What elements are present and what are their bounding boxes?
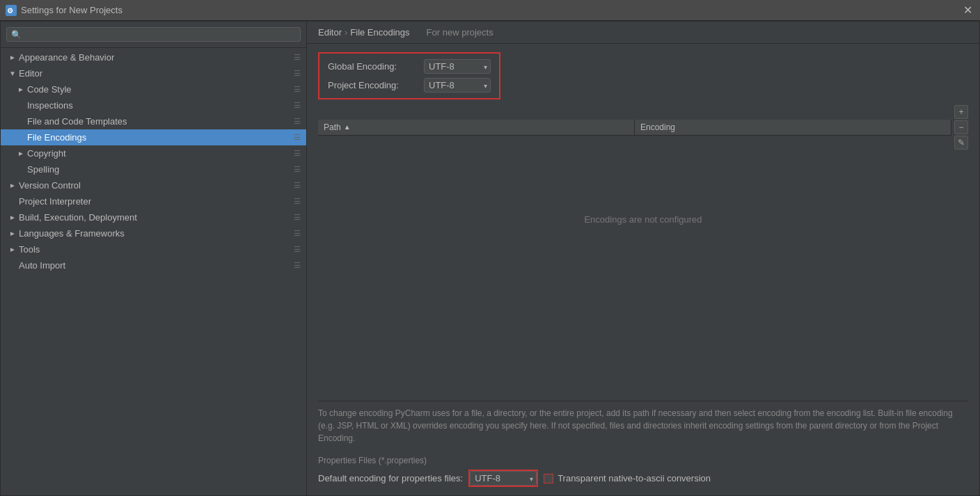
sidebar-item-copyright[interactable]: ► Copyright ☰ (1, 145, 306, 161)
sidebar-item-file-encodings[interactable]: File Encodings ☰ (1, 129, 306, 145)
breadcrumb-context: For new projects (427, 27, 493, 38)
sidebar-item-label: Languages & Frameworks (19, 228, 294, 239)
settings-icon: ☰ (294, 117, 301, 126)
properties-encoding-select[interactable]: UTF-8 UTF-16 ISO-8859-1 (470, 471, 537, 486)
sidebar-item-label: Build, Execution, Deployment (19, 212, 294, 223)
project-encoding-row: Project Encoding: UTF-8 UTF-16 ISO-8859-… (328, 78, 491, 93)
arrow-icon: ► (17, 86, 27, 93)
settings-sidebar: 🔍 ► Appearance & Behavior ☰ ▼ Editor ☰ (1, 22, 307, 495)
arrow-icon (17, 118, 27, 125)
sidebar-item-build-exec[interactable]: ► Build, Execution, Deployment ☰ (1, 209, 306, 225)
sidebar-item-label: Editor (19, 68, 294, 79)
sidebar-item-label: Copyright (27, 148, 294, 159)
sidebar-item-label: Appearance & Behavior (19, 52, 294, 63)
dialog-icon: ⚙ (6, 5, 17, 16)
project-encoding-select-wrap: UTF-8 UTF-16 ISO-8859-1 (424, 78, 491, 93)
breadcrumb-editor: Editor (318, 27, 342, 38)
arrow-icon: ► (9, 246, 19, 253)
settings-content: Editor › File Encodings For new projects… (307, 22, 979, 495)
properties-inner-wrap: UTF-8 UTF-16 ISO-8859-1 (470, 471, 537, 486)
sidebar-item-label: File Encodings (27, 132, 294, 143)
arrow-icon (9, 262, 19, 269)
breadcrumb-file-encodings: File Encodings (350, 27, 409, 38)
transparent-label: Transparent native-to-ascii conversion (558, 473, 711, 483)
sidebar-item-tools[interactable]: ► Tools ☰ (1, 241, 306, 257)
path-column-header: Path ▲ (318, 120, 635, 135)
sidebar-item-spelling[interactable]: Spelling ☰ (1, 161, 306, 177)
settings-icon: ☰ (294, 133, 301, 142)
default-encoding-label: Default encoding for properties files: (318, 473, 463, 483)
search-wrap: 🔍 (1, 22, 306, 48)
sidebar-item-label: Inspections (27, 100, 294, 111)
global-encoding-row: Global Encoding: UTF-8 UTF-16 ISO-8859-1 (328, 59, 491, 74)
arrow-icon: ► (9, 54, 19, 61)
footer-description: To change encoding PyCharm uses for a fi… (318, 401, 968, 450)
sidebar-item-code-style[interactable]: ► Code Style ☰ (1, 81, 306, 97)
search-icon: 🔍 (11, 30, 22, 40)
arrow-icon: ► (17, 150, 27, 157)
dialog-body: 🔍 ► Appearance & Behavior ☰ ▼ Editor ☰ (1, 22, 979, 495)
sidebar-item-label: Spelling (27, 164, 294, 175)
settings-icon: ☰ (294, 69, 301, 78)
sidebar-item-label: Code Style (27, 84, 294, 95)
settings-tree: ► Appearance & Behavior ☰ ▼ Editor ☰ ► C… (1, 48, 306, 275)
breadcrumb-separator: › (345, 27, 347, 38)
edit-encoding-button[interactable]: ✎ (954, 136, 968, 150)
empty-encodings-message: Encodings are not configured (318, 150, 968, 289)
sidebar-item-auto-import[interactable]: Auto Import ☰ (1, 257, 306, 273)
sidebar-item-label: Tools (19, 244, 294, 255)
properties-row: Default encoding for properties files: U… (318, 470, 968, 487)
settings-icon: ☰ (294, 245, 301, 254)
settings-icon: ☰ (294, 197, 301, 206)
arrow-icon: ▼ (9, 70, 19, 77)
settings-icon: ☰ (294, 101, 301, 110)
global-encoding-select[interactable]: UTF-8 UTF-16 ISO-8859-1 (424, 59, 491, 74)
sidebar-item-appearance-behavior[interactable]: ► Appearance & Behavior ☰ (1, 49, 306, 65)
sidebar-item-label: Version Control (19, 180, 294, 191)
arrow-icon (17, 166, 27, 173)
sidebar-item-label: File and Code Templates (27, 116, 294, 127)
transparent-checkbox-row: Transparent native-to-ascii conversion (544, 473, 711, 483)
dialog-title: Settings for New Projects (21, 5, 961, 15)
search-box[interactable]: 🔍 (6, 27, 301, 42)
global-encoding-label: Global Encoding: (328, 61, 418, 72)
properties-section-title: Properties Files (*.properties) (318, 456, 968, 465)
remove-encoding-button[interactable]: − (954, 120, 968, 134)
project-encoding-label: Project Encoding: (328, 80, 418, 90)
transparent-checkbox[interactable] (544, 474, 553, 483)
settings-icon: ☰ (294, 229, 301, 238)
sidebar-item-label: Project Interpreter (19, 196, 294, 207)
arrow-icon: ► (9, 214, 19, 221)
sidebar-item-project-interpreter[interactable]: Project Interpreter ☰ (1, 193, 306, 209)
close-button[interactable]: ✕ (961, 3, 974, 17)
encoding-column-header: Encoding (635, 120, 951, 135)
title-bar: ⚙ Settings for New Projects ✕ (0, 0, 980, 21)
settings-icon: ☰ (294, 261, 301, 270)
content-header: Editor › File Encodings For new projects (307, 22, 979, 44)
add-encoding-button[interactable]: + (954, 105, 968, 119)
arrow-icon: ► (9, 230, 19, 237)
settings-icon: ☰ (294, 165, 301, 174)
global-encoding-select-wrap: UTF-8 UTF-16 ISO-8859-1 (424, 59, 491, 74)
project-encoding-select[interactable]: UTF-8 UTF-16 ISO-8859-1 (424, 78, 491, 93)
arrow-icon (9, 198, 19, 205)
sidebar-item-inspections[interactable]: Inspections ☰ (1, 97, 306, 113)
settings-icon: ☰ (294, 149, 301, 158)
settings-dialog: 🔍 ► Appearance & Behavior ☰ ▼ Editor ☰ (0, 21, 980, 496)
sidebar-item-label: Auto Import (19, 260, 294, 271)
arrow-icon (17, 134, 27, 141)
sort-icon: ▲ (344, 123, 351, 131)
settings-icon: ☰ (294, 53, 301, 62)
sidebar-item-editor[interactable]: ▼ Editor ☰ (1, 65, 306, 81)
settings-icon: ☰ (294, 213, 301, 222)
content-body: Global Encoding: UTF-8 UTF-16 ISO-8859-1 (307, 44, 979, 495)
arrow-icon: ► (9, 182, 19, 189)
sidebar-item-languages-frameworks[interactable]: ► Languages & Frameworks ☰ (1, 225, 306, 241)
settings-icon: ☰ (294, 181, 301, 190)
svg-text:⚙: ⚙ (7, 7, 13, 15)
properties-section: Properties Files (*.properties) Default … (318, 456, 968, 487)
search-input[interactable] (24, 29, 296, 40)
arrow-icon (17, 102, 27, 109)
sidebar-item-file-code-templates[interactable]: File and Code Templates ☰ (1, 113, 306, 129)
sidebar-item-version-control[interactable]: ► Version Control ☰ (1, 177, 306, 193)
